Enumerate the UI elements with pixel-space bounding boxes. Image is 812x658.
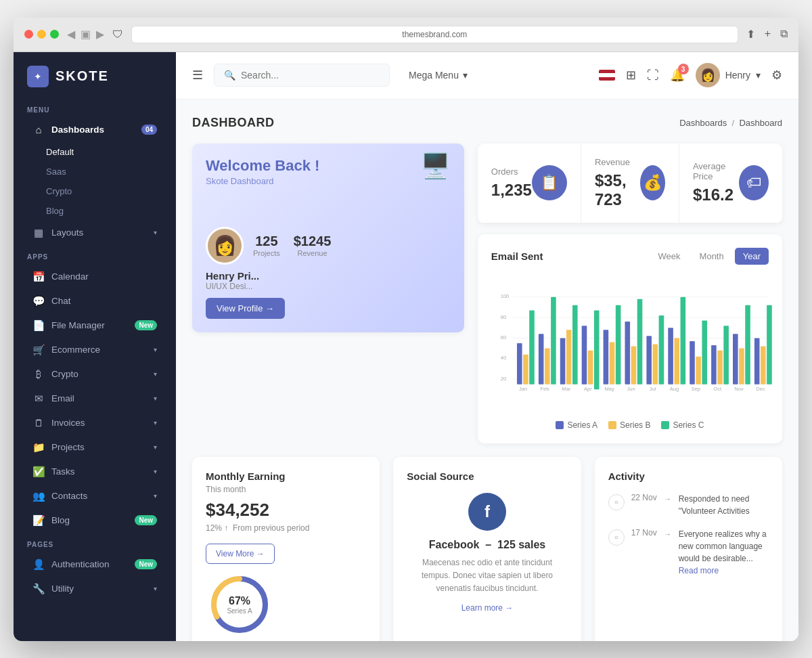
url-bar[interactable]: themesbrand.com [131,26,738,43]
new-tab-icon[interactable]: + [765,28,771,41]
close-dot[interactable] [24,30,33,39]
profile-section: 👩 125 Projects $1245 Revenue [206,227,451,265]
view-profile-button[interactable]: View Profile → [206,298,285,319]
svg-text:40: 40 [501,355,506,361]
browser-actions: ⬆ + ⧉ [746,28,788,41]
donut-percentage: 67% [227,594,252,607]
chart-header: Email Sent Week Month Year [491,248,769,265]
svg-rect-21 [594,310,600,389]
chevron-down-icon-user: ▾ [756,70,761,81]
svg-text:20: 20 [501,375,506,381]
revenue-num: $1245 [294,234,332,249]
logo-icon: ✦ [27,66,49,87]
sidebar-item-calendar[interactable]: 📅 Calendar [19,265,171,289]
flag-icon[interactable] [599,70,615,81]
legend-series-c: Series C [661,420,704,430]
legend-c-label: Series C [673,420,704,430]
sidebar-item-email[interactable]: ✉ Email ▾ [19,387,171,411]
crypto-icon: ₿ [32,368,45,380]
avg-price-icon: 🏷 [739,165,769,200]
social-description: Maecenas nec odio et ante tincidunt temp… [407,556,567,596]
hamburger-button[interactable]: ☰ [192,68,203,83]
svg-text:Apr: Apr [584,385,592,391]
home-icon: ⌂ [32,124,45,136]
profile-name: Henry Pri... [206,270,451,282]
search-input[interactable] [241,70,363,81]
sidebar-item-chat[interactable]: 💬 Chat [19,289,171,313]
header-right: ⊞ ⛶ 🔔 3 👩 Henry ▾ ⚙ [599,63,782,87]
tab-month[interactable]: Month [692,248,732,265]
sidebar-item-ecommerce[interactable]: 🛒 Ecommerce ▾ [19,338,171,362]
sidebar-item-tasks[interactable]: ✅ Tasks ▾ [19,460,171,484]
tab-year[interactable]: Year [735,248,769,265]
back-button[interactable]: ◀ [67,28,75,41]
legend-series-b: Series B [608,420,650,430]
sidebar-item-file-manager[interactable]: 📄 File Manager New [19,313,171,338]
layouts-icon: ▦ [32,227,45,239]
tab-week[interactable]: Week [650,248,689,265]
sidebar-sub-blog[interactable]: Blog [14,201,176,221]
mega-menu-button[interactable]: Mega Menu ▾ [401,66,476,85]
arrow-icon-2: → [664,529,672,539]
email-icon: ✉ [32,393,45,405]
sidebar-item-dashboards[interactable]: ⌂ Dashboards 04 [19,118,171,142]
sidebar-toggle[interactable]: ▣ [81,28,91,41]
share-icon[interactable]: ⬆ [746,28,755,41]
sidebar-sub-crypto[interactable]: Crypto [14,181,176,201]
growth-pct: 12% ↑ [206,523,228,533]
svg-text:60: 60 [501,334,506,340]
notifications-button[interactable]: 🔔 3 [670,68,685,83]
svg-rect-31 [668,328,673,385]
settings-icon[interactable]: ⚙ [771,68,782,83]
activity-text-2: Everyone realizes why a new common langu… [679,528,769,577]
sidebar-item-invoices[interactable]: 🗒 Invoices ▾ [19,411,171,435]
svg-rect-25 [625,322,630,385]
revenue-stat-card: Revenue $35, 723 💰 [581,144,679,223]
grid-icon[interactable]: ⊞ [626,68,636,83]
forward-button[interactable]: ▶ [96,28,104,41]
sidebar-item-layouts[interactable]: ▦ Layouts ▾ [19,221,171,245]
avg-price-info: Average Price $16.2 [693,161,739,204]
search-box[interactable]: 🔍 [214,64,390,87]
sidebar-item-projects[interactable]: 📁 Projects ▾ [19,435,171,460]
svg-rect-28 [646,336,652,384]
user-menu-button[interactable]: 👩 Henry ▾ [696,63,761,87]
activity-text-1: Responded to need "Volunteer Activities [679,493,769,517]
revenue-card-value: $35, 723 [595,171,640,209]
sidebar-sub-default[interactable]: Default [14,142,176,162]
sidebar-item-authentication[interactable]: 👤 Authentication New [19,552,171,577]
fullscreen-icon[interactable]: ⛶ [647,68,659,83]
windows-icon[interactable]: ⧉ [780,28,788,41]
minimize-dot[interactable] [37,30,46,39]
svg-text:May: May [604,385,614,391]
orders-stat: Orders 1,235 📋 [478,144,581,223]
chart-title: Email Sent [491,250,543,262]
email-bar-chart: 100 80 60 40 20 [491,276,769,411]
arrow-icon-1: → [664,494,672,504]
authentication-label: Authentication [51,559,128,569]
profile-info: Henry Pri... UI/UX Desi... [206,270,451,291]
sidebar-sub-saas[interactable]: Saas [14,162,176,181]
learn-more-link[interactable]: Learn more → [407,603,567,613]
sidebar-item-blog[interactable]: 📝 Blog New [19,508,171,533]
apps-section-label: APPS [14,245,176,265]
sidebar-item-utility[interactable]: 🔧 Utility ▾ [19,577,171,601]
svg-rect-16 [560,338,566,384]
orders-label: Orders [491,167,532,177]
main-content: DASHBOARD Dashboards / Dashboard [176,100,798,641]
read-more-link[interactable]: Read more [679,566,719,575]
auth-icon: 👤 [32,558,45,571]
social-source-card: Social Source f Facebook – 125 sales Mae… [393,457,581,641]
sidebar-item-crypto[interactable]: ₿ Crypto ▾ [19,362,171,387]
maximize-dot[interactable] [50,30,59,39]
chat-label: Chat [51,296,157,306]
svg-rect-24 [616,305,621,384]
file-icon: 📄 [32,320,45,332]
earning-title: Monthly Earning [206,470,366,482]
svg-rect-12 [529,310,535,384]
sidebar-item-contacts[interactable]: 👥 Contacts ▾ [19,484,171,508]
auth-badge: New [135,559,157,569]
utility-icon: 🔧 [32,583,45,595]
view-more-button[interactable]: View More → [206,544,275,564]
page-title: DASHBOARD [192,116,275,130]
